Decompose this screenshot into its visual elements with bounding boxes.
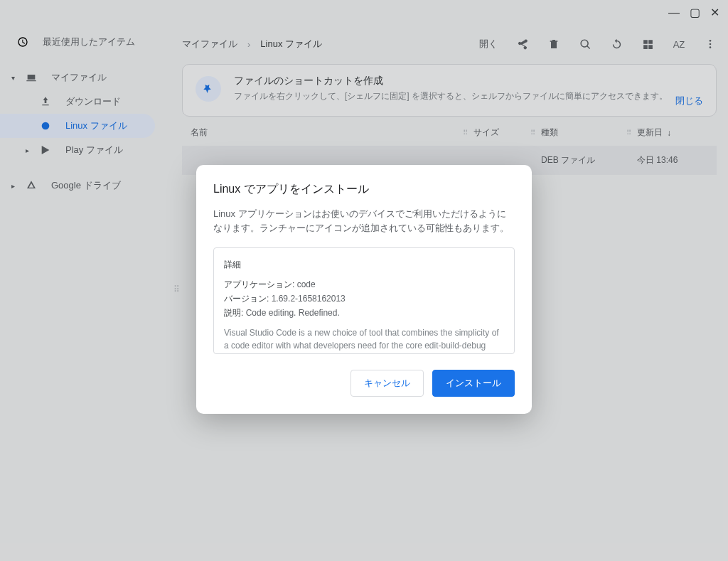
version-row: バージョン: 1.69.2-1658162013 xyxy=(224,292,504,305)
long-description: Visual Studio Code is a new choice of to… xyxy=(224,326,504,354)
install-dialog: Linux でアプリをインストール Linux アプリケーションはお使いのデバイ… xyxy=(196,165,532,414)
cancel-button[interactable]: キャンセル xyxy=(350,370,424,397)
app-row: アプリケーション: code xyxy=(224,278,504,291)
install-button[interactable]: インストール xyxy=(432,370,515,397)
dialog-actions: キャンセル インストール xyxy=(213,370,515,397)
details-label: 詳細 xyxy=(224,258,504,271)
dialog-description: Linux アプリケーションはお使いのデバイスでご利用いただけるようになります。… xyxy=(213,207,515,235)
modal-overlay: Linux でアプリをインストール Linux アプリケーションはお使いのデバイ… xyxy=(0,0,728,561)
dialog-title: Linux でアプリをインストール xyxy=(213,182,515,197)
desc-row: 説明: Code editing. Redefined. xyxy=(224,306,504,319)
dialog-details: 詳細 アプリケーション: code バージョン: 1.69.2-16581620… xyxy=(213,247,515,354)
